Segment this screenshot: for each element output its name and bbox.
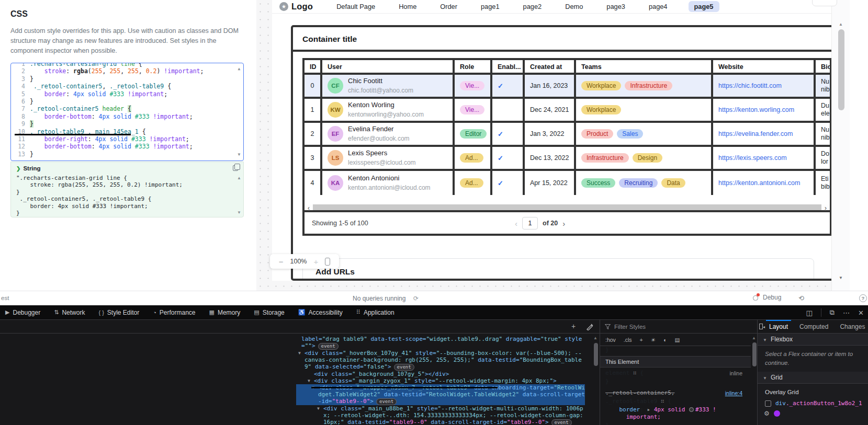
markup-line[interactable]: ▼<div class="_hoverBox_107gy_41" style="…: [0, 350, 585, 371]
page-next-button[interactable]: ›: [562, 219, 565, 228]
scrollbar-thumb[interactable]: [313, 204, 821, 210]
table-row[interactable]: 2 EF Evelina Fenderefender@outlook.com E…: [305, 123, 830, 147]
col-header-created[interactable]: Created at: [525, 60, 576, 73]
pseudo-class-toggle[interactable]: :hov: [605, 337, 616, 343]
scroll-up-icon[interactable]: ▲: [593, 336, 598, 340]
tab-memory[interactable]: ▦Memory: [209, 309, 241, 316]
cell-id: 1: [305, 99, 322, 121]
table-row[interactable]: 0 CF Chic Footittchic.footitt@yahoo.com …: [305, 75, 830, 99]
table-horizontal-scrollbar[interactable]: ‹ ›: [305, 204, 830, 212]
light-scheme-icon[interactable]: ☀: [651, 337, 656, 343]
twisty-icon[interactable]: ▼: [298, 350, 301, 357]
nav-item-page2[interactable]: page2: [523, 3, 542, 10]
markup-line[interactable]: <div class="_background_107gy_5"></div>: [0, 371, 585, 377]
scroll-down-icon[interactable]: ▼: [839, 275, 843, 280]
page-prev-button[interactable]: ‹: [515, 219, 517, 228]
scrollbar-thumb[interactable]: [752, 342, 757, 366]
scroll-up-icon[interactable]: ▲: [752, 336, 756, 340]
nav-item-default-page[interactable]: Default Page: [336, 3, 375, 10]
nav-item-home[interactable]: Home: [399, 3, 416, 10]
rule-selector-unmatched[interactable]: ._retool-container5,inline:4: [600, 389, 751, 397]
nav-item-page3[interactable]: page3: [606, 3, 625, 10]
menu-dots-icon[interactable]: ⋯: [843, 309, 850, 317]
dock-icon[interactable]: ◫: [806, 309, 813, 317]
css-code-editor[interactable]: 1.recharts-cartesian-grid line { 2 strok…: [10, 63, 244, 161]
col-header-user[interactable]: User: [322, 60, 455, 73]
flexbox-section-header[interactable]: ▼Flexbox: [758, 334, 868, 346]
grid-section-header[interactable]: ▼Grid: [758, 372, 868, 384]
scrollbar-thumb[interactable]: [594, 343, 598, 366]
mobile-preview-icon[interactable]: [325, 258, 330, 266]
tab-storage[interactable]: ▤Storage: [254, 309, 284, 316]
help-icon[interactable]: ?: [859, 294, 867, 302]
nav-item-page4[interactable]: page4: [649, 3, 668, 10]
filter-styles-input[interactable]: Filter Styles: [600, 320, 757, 334]
page-number-input[interactable]: 1: [522, 217, 538, 229]
string-preview-header[interactable]: ❯String: [16, 165, 41, 171]
col-header-teams[interactable]: Teams: [576, 60, 713, 73]
col-header-id[interactable]: ID: [305, 60, 322, 73]
col-header-role[interactable]: Role: [455, 60, 492, 73]
scroll-down-icon[interactable]: ▼: [236, 151, 242, 158]
rule-line[interactable]: element ∷ {inline: [600, 369, 751, 377]
add-node-icon[interactable]: +: [571, 322, 576, 330]
nav-item-page5-active[interactable]: page5: [689, 1, 719, 12]
nav-item-demo[interactable]: Demo: [565, 3, 583, 10]
scroll-left-icon[interactable]: ‹: [305, 204, 313, 210]
website-link[interactable]: https://kenton.worling.com: [718, 106, 794, 113]
nav-item-page1[interactable]: page1: [481, 3, 500, 10]
class-toggle[interactable]: .cls: [624, 337, 632, 343]
twisty-icon[interactable]: ▼: [317, 405, 320, 412]
floating-panel-fragment: [812, 0, 837, 6]
website-link[interactable]: https://lexis.speers.com: [718, 154, 787, 162]
scroll-up-icon[interactable]: ▲: [236, 176, 242, 180]
scroll-up-icon[interactable]: ▲: [236, 65, 242, 73]
nav-item-order[interactable]: Order: [440, 3, 457, 10]
table-row[interactable]: 3 LS Lexis Speerslexisspeers@icloud.com …: [305, 147, 830, 171]
col-header-enabled[interactable]: Enabl...: [492, 60, 525, 73]
website-link[interactable]: https://kenton.antonioni.com: [718, 179, 800, 187]
gear-icon[interactable]: ⚙: [764, 410, 770, 417]
markup-line[interactable]: ▼<div class="_margin_zygox_1" style="--r…: [0, 377, 585, 384]
debug-button[interactable]: Debug: [752, 294, 781, 301]
tab-application[interactable]: ⠿Application: [356, 309, 394, 316]
responsive-mode-icon[interactable]: ⧉: [830, 308, 835, 317]
eyedropper-icon[interactable]: [586, 323, 593, 330]
tab-computed[interactable]: Computed: [799, 320, 828, 334]
zoom-in-button[interactable]: +: [313, 257, 318, 266]
grid-overlay-checkbox[interactable]: [765, 400, 771, 407]
print-media-icon[interactable]: ▤: [675, 337, 680, 343]
copy-icon[interactable]: [233, 165, 238, 171]
table-row[interactable]: 1 KW Kenton Worlingkentonworling@yahoo.c…: [305, 99, 830, 123]
tab-debugger[interactable]: ▶Debugger: [5, 309, 40, 316]
scroll-right-icon[interactable]: ›: [821, 204, 830, 210]
cell-role: Ad...: [455, 147, 492, 169]
tab-network[interactable]: ⇅Network: [54, 309, 85, 316]
add-rule-button[interactable]: +: [640, 337, 643, 343]
tab-accessibility[interactable]: ♿Accessibility: [298, 309, 343, 316]
website-link[interactable]: https://evelina.fender.com: [718, 130, 793, 137]
markup-line[interactable]: ▼<div class="_main_u88be_1" style="--ret…: [0, 405, 585, 425]
dark-scheme-icon[interactable]: ◐: [663, 337, 667, 343]
table-row[interactable]: 4 KA Kenton Antonionikenton.antonioni@ic…: [305, 171, 830, 195]
rule-selector[interactable]: ._retool-table9 ∷ {: [600, 397, 751, 406]
zoom-out-button[interactable]: −: [279, 257, 284, 266]
history-icon[interactable]: ⟲: [798, 294, 804, 302]
col-header-website[interactable]: Website: [713, 60, 816, 73]
tab-style-editor[interactable]: { }Style Editor: [98, 309, 139, 316]
scroll-up-icon[interactable]: ▲: [839, 22, 843, 27]
col-header-bio[interactable]: Bio: [816, 60, 830, 73]
scrollbar-thumb[interactable]: [838, 29, 844, 110]
grid-color-swatch[interactable]: [774, 410, 780, 417]
tab-changes[interactable]: Changes: [840, 320, 865, 334]
markup-line[interactable]: label="drag table9" data-test-scope="wid…: [0, 336, 585, 350]
tab-performance[interactable]: ◔Performance: [153, 309, 195, 316]
rule-source-link[interactable]: inline:4: [725, 389, 742, 397]
scroll-down-icon[interactable]: ▼: [236, 210, 242, 215]
website-link[interactable]: https://chic.footitt.com: [718, 82, 782, 89]
twisty-icon[interactable]: ▼: [308, 377, 310, 384]
sync-icon[interactable]: ⟳: [413, 295, 419, 302]
close-icon[interactable]: ✕: [858, 309, 864, 317]
rule-declaration[interactable]: border: ▸ 4px solid #333 ! important;: [600, 406, 751, 421]
tab-layout[interactable]: Layout: [769, 320, 788, 334]
